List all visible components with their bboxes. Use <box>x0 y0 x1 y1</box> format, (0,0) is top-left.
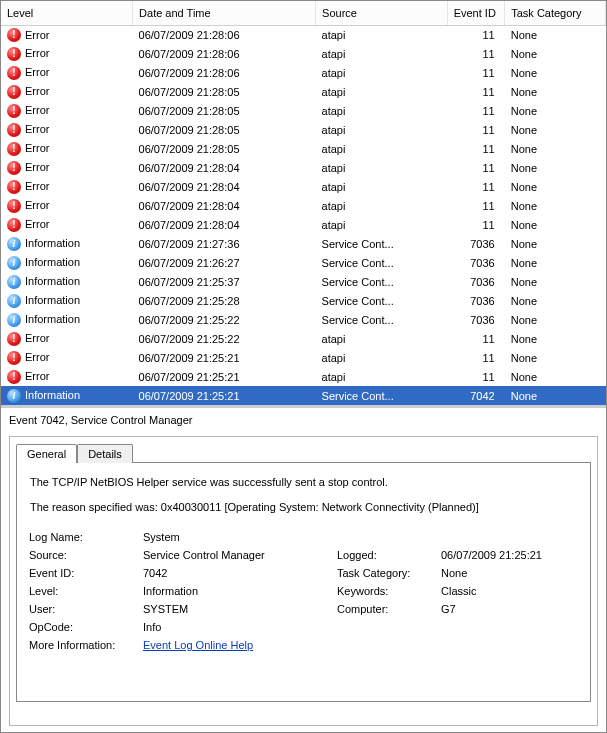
table-row[interactable]: Information06/07/2009 21:25:37Service Co… <box>1 272 606 291</box>
level-text: Error <box>25 67 49 79</box>
eventid-value: 7042 <box>143 567 333 579</box>
level-text: Error <box>25 219 49 231</box>
cell-source: Service Cont... <box>316 291 448 310</box>
table-row[interactable]: Error06/07/2009 21:28:05atapi11None <box>1 120 606 139</box>
error-icon <box>7 47 21 61</box>
table-row[interactable]: Information06/07/2009 21:25:28Service Co… <box>1 291 606 310</box>
cell-task: None <box>505 367 606 386</box>
cell-eventid: 7036 <box>447 272 505 291</box>
cell-task: None <box>505 101 606 120</box>
error-icon <box>7 199 21 213</box>
info-icon <box>7 389 21 403</box>
cell-source: atapi <box>316 44 448 63</box>
info-icon <box>7 275 21 289</box>
cell-source: atapi <box>316 329 448 348</box>
cell-source: Service Cont... <box>316 310 448 329</box>
level-text: Information <box>25 390 80 402</box>
table-row[interactable]: Error06/07/2009 21:28:04atapi11None <box>1 158 606 177</box>
cell-datetime: 06/07/2009 21:25:21 <box>133 386 316 405</box>
table-row[interactable]: Error06/07/2009 21:28:04atapi11None <box>1 196 606 215</box>
computer-value: G7 <box>441 603 601 615</box>
table-row[interactable]: Error06/07/2009 21:25:22atapi11None <box>1 329 606 348</box>
cell-eventid: 11 <box>447 329 505 348</box>
details-body: General Details The TCP/IP NetBIOS Helpe… <box>9 436 598 726</box>
cell-eventid: 11 <box>447 82 505 101</box>
cell-source: Service Cont... <box>316 386 448 405</box>
level-text: Information <box>25 257 80 269</box>
computer-label: Computer: <box>337 603 437 615</box>
cell-source: atapi <box>316 215 448 234</box>
cell-eventid: 11 <box>447 196 505 215</box>
error-icon <box>7 104 21 118</box>
cell-datetime: 06/07/2009 21:25:22 <box>133 310 316 329</box>
level-value: Information <box>143 585 333 597</box>
event-table[interactable]: Level Date and Time Source Event ID Task… <box>1 1 606 405</box>
level-text: Error <box>25 86 49 98</box>
tabstrip: General Details <box>10 437 597 462</box>
cell-eventid: 11 <box>447 348 505 367</box>
opcode-value: Info <box>143 621 333 633</box>
cell-source: atapi <box>316 177 448 196</box>
cell-eventid: 11 <box>447 44 505 63</box>
error-icon <box>7 370 21 384</box>
level-label: Level: <box>29 585 139 597</box>
source-value: Service Control Manager <box>143 549 333 561</box>
table-row[interactable]: Information06/07/2009 21:26:27Service Co… <box>1 253 606 272</box>
cell-task: None <box>505 158 606 177</box>
table-row[interactable]: Error06/07/2009 21:28:06atapi11None <box>1 63 606 82</box>
table-row[interactable]: Error06/07/2009 21:28:04atapi11None <box>1 177 606 196</box>
table-row[interactable]: Error06/07/2009 21:28:06atapi11None <box>1 25 606 44</box>
table-row[interactable]: Error06/07/2009 21:28:05atapi11None <box>1 101 606 120</box>
tab-details[interactable]: Details <box>77 444 133 463</box>
level-text: Error <box>25 333 49 345</box>
column-header-source[interactable]: Source <box>316 1 448 25</box>
table-row[interactable]: Error06/07/2009 21:25:21atapi11None <box>1 348 606 367</box>
error-icon <box>7 28 21 42</box>
level-text: Error <box>25 162 49 174</box>
table-header-row: Level Date and Time Source Event ID Task… <box>1 1 606 25</box>
table-row[interactable]: Error06/07/2009 21:28:05atapi11None <box>1 82 606 101</box>
cell-eventid: 7042 <box>447 386 505 405</box>
taskcat-label: Task Category: <box>337 567 437 579</box>
column-header-level[interactable]: Level <box>1 1 133 25</box>
table-row[interactable]: Information06/07/2009 21:25:21Service Co… <box>1 386 606 405</box>
cell-datetime: 06/07/2009 21:28:04 <box>133 215 316 234</box>
error-icon <box>7 123 21 137</box>
cell-datetime: 06/07/2009 21:28:06 <box>133 63 316 82</box>
event-description-line1: The TCP/IP NetBIOS Helper service was su… <box>30 474 577 491</box>
table-row[interactable]: Error06/07/2009 21:28:06atapi11None <box>1 44 606 63</box>
table-row[interactable]: Error06/07/2009 21:28:04atapi11None <box>1 215 606 234</box>
cell-datetime: 06/07/2009 21:25:28 <box>133 291 316 310</box>
column-header-eventid[interactable]: Event ID <box>447 1 505 25</box>
cell-datetime: 06/07/2009 21:28:04 <box>133 158 316 177</box>
cell-datetime: 06/07/2009 21:28:04 <box>133 196 316 215</box>
cell-eventid: 7036 <box>447 234 505 253</box>
column-header-datetime[interactable]: Date and Time <box>133 1 316 25</box>
cell-task: None <box>505 291 606 310</box>
level-text: Error <box>25 371 49 383</box>
log-name-value: System <box>143 531 333 543</box>
cell-task: None <box>505 177 606 196</box>
cell-source: atapi <box>316 196 448 215</box>
moreinfo-link[interactable]: Event Log Online Help <box>143 639 253 651</box>
cell-datetime: 06/07/2009 21:28:05 <box>133 82 316 101</box>
cell-task: None <box>505 215 606 234</box>
taskcat-value: None <box>441 567 601 579</box>
cell-eventid: 11 <box>447 158 505 177</box>
cell-task: None <box>505 386 606 405</box>
event-properties: Log Name: System Source: Service Control… <box>29 531 578 651</box>
table-row[interactable]: Error06/07/2009 21:25:21atapi11None <box>1 367 606 386</box>
error-icon <box>7 66 21 80</box>
table-row[interactable]: Error06/07/2009 21:28:05atapi11None <box>1 139 606 158</box>
cell-source: atapi <box>316 82 448 101</box>
tab-general[interactable]: General <box>16 444 77 463</box>
level-text: Error <box>25 105 49 117</box>
level-text: Error <box>25 181 49 193</box>
cell-datetime: 06/07/2009 21:25:21 <box>133 367 316 386</box>
table-row[interactable]: Information06/07/2009 21:25:22Service Co… <box>1 310 606 329</box>
error-icon <box>7 218 21 232</box>
table-row[interactable]: Information06/07/2009 21:27:36Service Co… <box>1 234 606 253</box>
level-text: Information <box>25 238 80 250</box>
column-header-task[interactable]: Task Category <box>505 1 606 25</box>
cell-source: atapi <box>316 25 448 44</box>
